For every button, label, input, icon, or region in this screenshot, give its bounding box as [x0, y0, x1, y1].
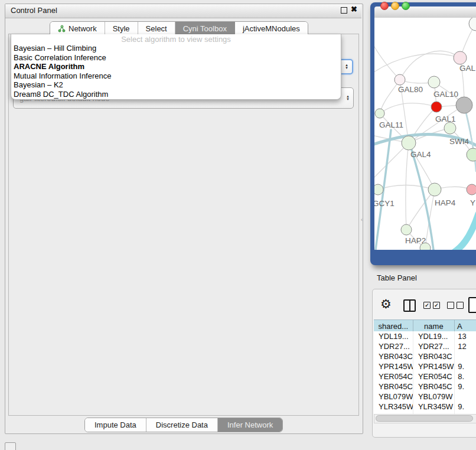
table-row[interactable]: YER054CYER054C8.: [374, 371, 476, 381]
table-row[interactable]: YDR27...YDR27...12: [374, 341, 476, 351]
network-svg: GALGAL80GAL10GAL11GAL1SWI4GAL4GCY1HAP4YH…: [374, 18, 476, 250]
cell-value: 9.: [455, 402, 476, 412]
dropdown-item-dream8[interactable]: Dream8 DC_TDC Algorithm: [11, 90, 341, 99]
float-window-icon[interactable]: [341, 7, 347, 14]
window-close-traffic-icon[interactable]: [380, 2, 389, 10]
column-header-clipped[interactable]: A: [455, 320, 476, 332]
network-edge[interactable]: [380, 80, 400, 113]
network-node-label: GAL11: [379, 120, 403, 129]
network-view-titlebar[interactable]: [374, 6, 476, 18]
deselect-all-icon[interactable]: [447, 302, 466, 309]
cell-value: 8.: [455, 371, 476, 381]
table-row[interactable]: YLR345WYLR345W9.: [374, 402, 476, 412]
tab-select[interactable]: Select: [138, 22, 175, 35]
network-edge[interactable]: [374, 54, 460, 74]
network-edge[interactable]: [444, 214, 476, 250]
cell-shared: YBL079W: [374, 392, 413, 402]
tab-jactivemnodules[interactable]: jActiveMNodules: [235, 22, 308, 35]
table-row[interactable]: YBR043CYBR043C: [374, 351, 476, 361]
table-row[interactable]: YBR045CYBR045C9.: [374, 381, 476, 392]
tab-network[interactable]: Network: [50, 22, 105, 35]
minimized-panel-icon[interactable]: [5, 442, 16, 450]
tab-infer-network[interactable]: Infer Network: [218, 418, 282, 432]
stepper-icon: ▲▼: [345, 64, 348, 70]
dropdown-item-aracne[interactable]: ARACNE Algorithm: [11, 62, 341, 71]
network-node-label: Y: [470, 198, 475, 207]
gear-icon[interactable]: ⚙: [380, 297, 392, 311]
network-node[interactable]: [456, 97, 472, 113]
dropdown-item-mutual-information[interactable]: Mutual Information Inference: [11, 71, 341, 81]
dropdown-item-bayesian-k2[interactable]: Bayesian – K2: [11, 80, 341, 90]
cyni-bottom-tabbar: Impute Data Discretize Data Infer Networ…: [84, 418, 283, 432]
tab-impute-data-label: Impute Data: [94, 420, 136, 429]
network-node-label: GAL: [459, 64, 476, 73]
tab-discretize-data[interactable]: Discretize Data: [146, 418, 218, 432]
network-node-gal11[interactable]: [375, 109, 384, 118]
dropdown-item-bayesian-hill-climbing[interactable]: Bayesian – Hill Climbing: [11, 44, 341, 53]
network-node-label: GCY1: [374, 199, 395, 208]
network-node-swi4[interactable]: [444, 122, 456, 134]
tab-jactivemnodules-label: jActiveMNodules: [243, 24, 300, 33]
table-row[interactable]: YDL19...YDL19...13: [374, 331, 476, 341]
tab-select-label: Select: [146, 24, 167, 33]
table-row[interactable]: YBL079WYBL079W: [374, 392, 476, 402]
cell-name: YER054C: [413, 371, 455, 381]
cell-value: 9.: [455, 381, 476, 392]
select-all-icon[interactable]: ✓✓: [423, 302, 442, 309]
tab-cyni-toolbox-label: Cyni Toolbox: [183, 24, 227, 33]
network-node-gal[interactable]: [454, 51, 467, 64]
window-minimize-traffic-icon[interactable]: [391, 2, 399, 10]
network-tab-icon: [58, 25, 66, 32]
cell-name: YDL19...: [413, 331, 455, 341]
cell-shared: YDL19...: [374, 331, 413, 341]
window-zoom-traffic-icon[interactable]: [402, 2, 410, 10]
tab-style[interactable]: Style: [105, 22, 138, 35]
cell-shared: YBR043C: [374, 351, 413, 361]
network-node-gal10[interactable]: [428, 76, 440, 88]
network-node[interactable]: [469, 18, 476, 31]
cell-shared: YLR345W: [374, 402, 413, 412]
network-node-y[interactable]: [467, 184, 476, 195]
cell-name: YBL079W: [413, 392, 455, 402]
network-edge[interactable]: [380, 103, 436, 113]
network-node[interactable]: [467, 148, 476, 161]
network-node-hap2[interactable]: [401, 224, 412, 235]
cell-value: 9.: [455, 361, 476, 371]
network-edge[interactable]: [425, 190, 435, 248]
dropdown-item-basic-correlation[interactable]: Basic Correlation Inference: [11, 53, 341, 63]
network-edge[interactable]: [410, 144, 433, 250]
tab-cyni-toolbox[interactable]: Cyni Toolbox: [175, 22, 235, 35]
algorithm-dropdown-prompt: Select algorithm to view settings: [11, 35, 341, 44]
columns-icon[interactable]: [403, 299, 416, 312]
import-table-icon[interactable]: [468, 297, 476, 313]
control-panel-header: [5, 4, 361, 18]
cell-name: YDR27...: [413, 341, 455, 351]
tab-style-label: Style: [113, 24, 130, 33]
panel-splitter-handle[interactable]: ‹: [361, 217, 363, 223]
table-hscrollbar-thumb[interactable]: [376, 415, 473, 422]
network-node-gal4[interactable]: [402, 136, 416, 150]
algorithm-dropdown: Select algorithm to view settings Bayesi…: [11, 34, 341, 100]
network-node-gal80[interactable]: [395, 74, 405, 85]
network-node-gcy1[interactable]: [374, 184, 383, 195]
network-node-hap4[interactable]: [428, 183, 441, 196]
network-node-label: GAL4: [410, 150, 431, 159]
network-node-label: SWI4: [449, 137, 469, 146]
tab-impute-data[interactable]: Impute Data: [85, 418, 146, 432]
column-header-name[interactable]: name: [413, 320, 455, 332]
cell-value: 12: [455, 341, 476, 351]
network-canvas[interactable]: GALGAL80GAL10GAL11GAL1SWI4GAL4GCY1HAP4YH…: [374, 18, 476, 250]
close-icon[interactable]: ✖: [351, 5, 357, 14]
network-edge[interactable]: [374, 143, 409, 180]
cell-name: YBR043C: [413, 351, 455, 361]
network-edge[interactable]: [406, 143, 409, 230]
column-header-shared-name[interactable]: shared...: [374, 320, 413, 332]
network-edge[interactable]: [378, 185, 435, 190]
network-node-label: GAL80: [398, 85, 423, 94]
cell-shared: YDR27...: [374, 341, 413, 351]
network-node-label: GAL1: [435, 115, 456, 123]
network-node-gal1[interactable]: [431, 102, 442, 112]
cell-shared: YBR045C: [374, 381, 413, 392]
cell-name: YBR045C: [413, 381, 455, 392]
table-row[interactable]: YPR145WYPR145W9.: [374, 361, 476, 371]
